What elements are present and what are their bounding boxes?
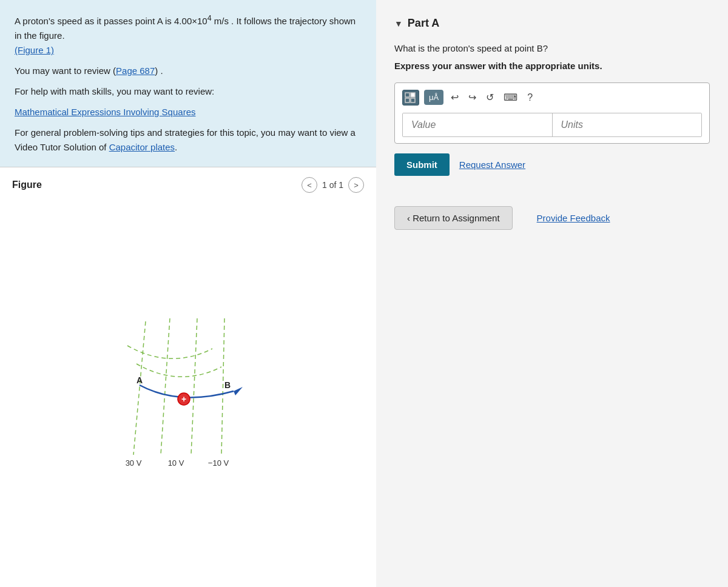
help-icon[interactable]: ?	[525, 90, 535, 106]
figure-content: A B + 30 V 10 V −10 V	[12, 199, 364, 577]
figure-svg: A B + 30 V 10 V −10 V	[73, 297, 303, 479]
point-a-label: A	[136, 375, 143, 385]
figure-title: Figure	[12, 179, 42, 190]
svg-line-2	[191, 318, 197, 455]
part-title: Part A	[408, 17, 439, 30]
svg-line-0	[133, 321, 146, 455]
point-b-label: B	[224, 380, 231, 390]
matrix-icon-button[interactable]	[402, 90, 419, 106]
figure-illustration: A B + 30 V 10 V −10 V	[73, 297, 303, 479]
mu-button[interactable]: μÅ	[424, 90, 443, 105]
redo-icon[interactable]: ↪	[466, 89, 479, 106]
capacitor-plates-link[interactable]: Capacitor plates	[109, 142, 175, 152]
left-panel: A proton's speed as it passes point A is…	[0, 0, 376, 587]
right-panel: ▼ Part A What is the proton's speed at p…	[376, 0, 728, 587]
figure-header: Figure < 1 of 1 >	[12, 177, 364, 193]
request-answer-button[interactable]: Request Answer	[459, 159, 525, 170]
action-row: Submit Request Answer	[394, 153, 710, 176]
question-instruction: Express your answer with the appropriate…	[394, 59, 710, 73]
toolbar: μÅ ↩ ↪ ↺ ⌨ ?	[402, 89, 702, 106]
provide-feedback-button[interactable]: Provide Feedback	[537, 213, 610, 223]
voltage-10v: 10 V	[168, 458, 184, 468]
problem-text-box: A proton's speed as it passes point A is…	[0, 0, 376, 167]
units-input[interactable]	[553, 113, 702, 136]
proton-plus: +	[181, 394, 186, 404]
return-to-assignment-button[interactable]: ‹ Return to Assignment	[394, 206, 513, 230]
figure-area: Figure < 1 of 1 >	[0, 167, 376, 587]
bottom-row: ‹ Return to Assignment Provide Feedback	[394, 206, 710, 230]
svg-rect-8	[411, 98, 415, 102]
voltage-neg10v: −10 V	[208, 458, 229, 468]
figure-next-button[interactable]: >	[348, 177, 364, 193]
refresh-icon[interactable]: ↺	[484, 89, 496, 106]
svg-rect-6	[411, 93, 415, 97]
math-expressions-link[interactable]: Mathematical Expressions Involving Squar…	[15, 105, 362, 119]
voltage-30v: 30 V	[126, 458, 142, 468]
matrix-svg-icon	[405, 92, 417, 103]
svg-line-1	[161, 318, 170, 455]
svg-marker-4	[234, 387, 243, 395]
part-dropdown-arrow[interactable]: ▼	[394, 19, 403, 29]
problem-line-4: For general problem-solving tips and str…	[15, 126, 362, 155]
page687-link[interactable]: Page 687	[116, 65, 155, 76]
undo-icon[interactable]: ↩	[448, 89, 461, 106]
keyboard-icon[interactable]: ⌨	[501, 89, 520, 106]
figure-prev-button[interactable]: <	[302, 177, 317, 193]
value-input[interactable]	[403, 113, 553, 136]
problem-line-3: For help with math skills, you may want …	[15, 84, 362, 99]
svg-rect-5	[405, 93, 410, 97]
submit-button[interactable]: Submit	[394, 153, 450, 176]
answer-box: μÅ ↩ ↪ ↺ ⌨ ?	[394, 82, 710, 144]
figure1-link[interactable]: (Figure 1)	[15, 45, 54, 55]
problem-line-2: You may want to review (Page 687) .	[15, 64, 362, 78]
problem-line-1: A proton's speed as it passes point A is…	[15, 12, 362, 58]
figure-page-indicator: 1 of 1	[322, 180, 343, 190]
part-header: ▼ Part A	[394, 17, 710, 30]
figure-nav: < 1 of 1 >	[302, 177, 364, 193]
question-text: What is the proton's speed at point B?	[394, 42, 710, 56]
svg-rect-7	[405, 98, 410, 102]
input-row	[402, 113, 702, 137]
